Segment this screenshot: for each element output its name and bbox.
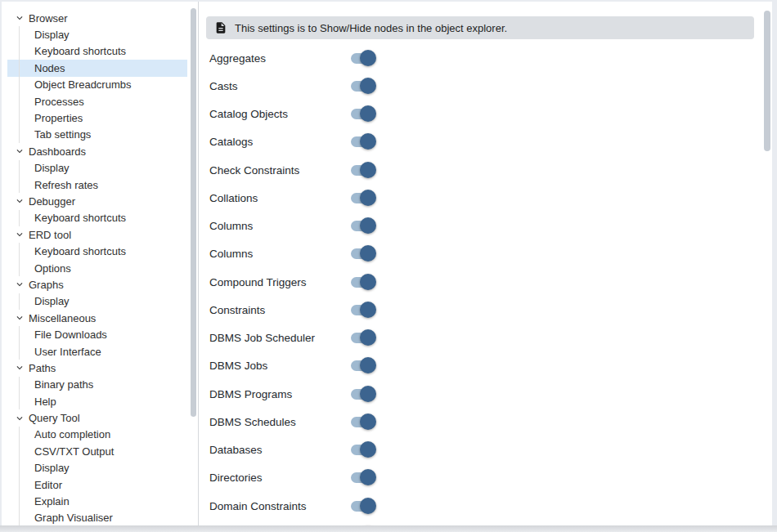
node-toggle-row: Directories [199, 464, 772, 492]
sidebar-tree: BrowserDisplayKeyboard shortcutsNodesObj… [2, 2, 198, 525]
sidebar-item-processes[interactable]: Processes [7, 93, 187, 110]
sidebar-item-label: Object Breadcrumbs [34, 78, 132, 91]
toggle-switch[interactable] [351, 472, 375, 483]
node-label: DBMS Schedules [209, 416, 351, 428]
node-toggle-row: Catalogs [199, 128, 772, 156]
chevron-down-icon[interactable] [14, 413, 25, 424]
chevron-down-icon[interactable] [14, 362, 25, 373]
toggle-knob [360, 50, 376, 66]
sidebar-scrollbar[interactable] [191, 8, 196, 417]
sidebar-item-display[interactable]: Display [7, 26, 187, 42]
sidebar-item-paths[interactable]: Paths [7, 360, 187, 376]
toggle-knob [360, 78, 376, 94]
toggle-switch[interactable] [351, 81, 375, 92]
sidebar-item-label: Miscellaneous [29, 312, 96, 324]
toggle-switch[interactable] [351, 333, 375, 343]
sidebar-item-label: Display [34, 29, 70, 41]
toggle-switch[interactable] [351, 193, 375, 203]
toggle-switch[interactable] [351, 165, 375, 176]
node-label: DBMS Jobs [209, 360, 351, 372]
sidebar-item-display[interactable]: Display [7, 460, 187, 476]
node-label: Catalogs [209, 136, 351, 148]
sidebar-item-label: Nodes [34, 62, 65, 74]
chevron-down-icon[interactable] [14, 145, 25, 157]
sidebar-item-keyboard-shortcuts[interactable]: Keyboard shortcuts [7, 43, 187, 60]
node-label: Check Constraints [209, 164, 351, 177]
node-label: Catalog Objects [209, 108, 351, 120]
sidebar-item-options[interactable]: Options [7, 260, 187, 276]
node-toggle-row: DBMS Jobs [199, 352, 772, 380]
sidebar-item-explain[interactable]: Explain [7, 493, 187, 509]
toggle-switch[interactable] [351, 248, 375, 259]
sidebar-item-label: ERD tool [29, 229, 71, 241]
node-label: DBMS Job Scheduler [209, 332, 351, 344]
preferences-sidebar: BrowserDisplayKeyboard shortcutsNodesObj… [2, 2, 198, 525]
sidebar-item-tab-settings[interactable]: Tab settings [7, 127, 187, 143]
toggle-switch[interactable] [351, 360, 375, 371]
sidebar-item-label: CSV/TXT Output [34, 445, 114, 458]
sidebar-item-dashboards[interactable]: Dashboards [7, 143, 187, 159]
sidebar-item-user-interface[interactable]: User Interface [7, 343, 187, 360]
sidebar-item-label: Refresh rates [34, 179, 98, 191]
sidebar-item-nodes[interactable]: Nodes [7, 60, 187, 76]
toggle-knob [360, 302, 376, 318]
sidebar-item-help[interactable]: Help [7, 393, 187, 409]
toggle-switch[interactable] [351, 445, 375, 455]
sidebar-item-browser[interactable]: Browser [7, 10, 187, 26]
sidebar-item-graphs[interactable]: Graphs [7, 276, 187, 293]
chevron-down-icon[interactable] [14, 229, 25, 240]
sidebar-item-query-tool[interactable]: Query Tool [7, 409, 187, 426]
chevron-down-icon[interactable] [14, 279, 25, 290]
sidebar-item-label: Dashboards [29, 145, 86, 158]
toggle-switch[interactable] [351, 277, 375, 288]
node-toggle-row: Check Constraints [199, 156, 772, 184]
node-label: Constraints [209, 304, 351, 316]
sidebar-item-binary-paths[interactable]: Binary paths [7, 377, 187, 393]
chevron-down-icon[interactable] [14, 195, 25, 207]
sidebar-item-label: Keyboard shortcuts [34, 45, 126, 57]
toggle-switch[interactable] [351, 109, 375, 119]
sidebar-item-debugger[interactable]: Debugger [7, 193, 187, 209]
chevron-down-icon[interactable] [14, 12, 25, 24]
sidebar-item-label: Graph Visualiser [34, 512, 113, 524]
toggle-switch[interactable] [351, 53, 375, 64]
toggle-knob [360, 329, 376, 346]
toggle-knob [360, 386, 376, 402]
toggle-knob [360, 414, 376, 430]
toggle-knob [360, 217, 376, 234]
sidebar-item-keyboard-shortcuts[interactable]: Keyboard shortcuts [7, 243, 187, 259]
sidebar-item-csv-txt-output[interactable]: CSV/TXT Output [7, 443, 187, 459]
node-toggle-row: Constraints [199, 296, 772, 324]
sidebar-item-file-downloads[interactable]: File Downloads [7, 326, 187, 342]
sidebar-item-label: Keyboard shortcuts [34, 245, 126, 257]
toggle-switch[interactable] [351, 501, 375, 512]
sidebar-item-keyboard-shortcuts[interactable]: Keyboard shortcuts [7, 210, 187, 226]
sidebar-item-erd-tool[interactable]: ERD tool [7, 226, 187, 243]
toggle-switch[interactable] [351, 136, 375, 147]
node-toggle-row: Aggregates [199, 44, 772, 72]
toggle-switch[interactable] [351, 221, 375, 231]
node-toggle-row: Catalog Objects [199, 101, 772, 128]
sidebar-item-label: Editor [34, 479, 62, 491]
node-label: Databases [209, 444, 351, 456]
chevron-down-icon[interactable] [14, 312, 25, 324]
sidebar-item-label: Display [34, 462, 70, 474]
main-scrollbar[interactable] [764, 11, 770, 151]
sidebar-item-label: Tab settings [34, 128, 91, 141]
sidebar-item-refresh-rates[interactable]: Refresh rates [7, 177, 187, 193]
node-toggle-row: Columns [199, 240, 772, 268]
sidebar-item-display[interactable]: Display [7, 293, 187, 310]
sidebar-item-auto-completion[interactable]: Auto completion [7, 427, 187, 443]
sidebar-item-graph-visualiser[interactable]: Graph Visualiser [7, 510, 187, 525]
sidebar-item-editor[interactable]: Editor [7, 476, 187, 493]
sidebar-item-miscellaneous[interactable]: Miscellaneous [7, 310, 187, 326]
sidebar-item-label: Auto completion [34, 428, 110, 440]
node-label: DBMS Programs [209, 388, 351, 400]
toggle-switch[interactable] [351, 305, 375, 315]
sidebar-item-display[interactable]: Display [7, 160, 187, 177]
toggle-switch[interactable] [351, 389, 375, 400]
toggle-knob [360, 245, 376, 262]
toggle-switch[interactable] [351, 417, 375, 427]
sidebar-item-object-breadcrumbs[interactable]: Object Breadcrumbs [7, 77, 187, 93]
sidebar-item-properties[interactable]: Properties [7, 110, 187, 126]
